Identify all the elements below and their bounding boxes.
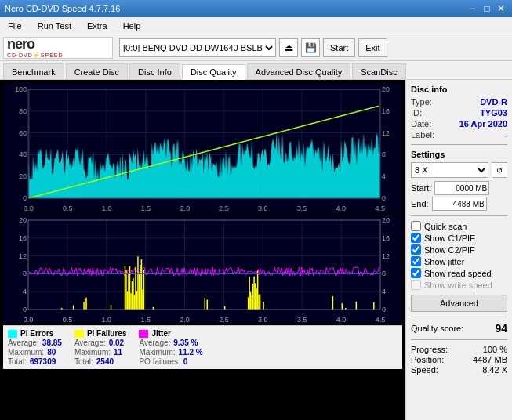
advanced-button[interactable]: Advanced xyxy=(411,295,507,312)
quick-scan-label: Quick scan xyxy=(424,222,467,231)
main-content: PI Errors Average: 38.85 Maximum: 80 Tot… xyxy=(0,80,512,420)
logo-text: nero xyxy=(7,36,64,52)
disc-type-row: Type: DVD-R xyxy=(411,97,507,107)
minimize-button[interactable]: − xyxy=(467,2,479,15)
show-c2-pif-label: Show C2/PIF xyxy=(424,245,475,255)
progress-label: Progress: xyxy=(411,345,448,354)
legend-jitter: Jitter Average: 9.35 % Maximum: 11.2 % P… xyxy=(139,329,202,366)
settings-title: Settings xyxy=(411,150,507,159)
tab-bar: Benchmark Create Disc Disc Info Disc Qua… xyxy=(0,61,512,80)
bottom-chart xyxy=(3,214,402,324)
jitter-title: Jitter xyxy=(151,329,170,338)
position-row: Position: 4487 MB xyxy=(411,355,507,364)
speed-value: 8.42 X xyxy=(482,365,507,375)
titlebar-title: Nero CD-DVD Speed 4.7.7.16 xyxy=(5,4,120,13)
pi-failures-color xyxy=(74,330,84,338)
pi-errors-title: PI Errors xyxy=(20,329,53,338)
chart-area: PI Errors Average: 38.85 Maximum: 80 Tot… xyxy=(0,80,405,420)
save-button[interactable]: 💾 xyxy=(301,38,320,57)
close-button[interactable]: ✕ xyxy=(495,2,507,15)
tab-disc-info[interactable]: Disc Info xyxy=(129,63,180,79)
end-mb-row: End: xyxy=(411,197,507,211)
show-read-speed-row: Show read speed xyxy=(411,268,507,278)
speed-label: Speed: xyxy=(411,365,438,375)
disc-label-row: Label: - xyxy=(411,130,507,139)
show-jitter-label: Show jitter xyxy=(424,257,464,266)
start-mb-row: Start: xyxy=(411,181,507,195)
show-c1-pie-row: Show C1/PIE xyxy=(411,233,507,243)
toolbar: nero CD·DVD⚡SPEED [0:0] BENQ DVD DD DW16… xyxy=(0,34,512,61)
show-jitter-checkbox[interactable] xyxy=(411,256,421,266)
show-jitter-row: Show jitter xyxy=(411,256,507,266)
show-c1-pie-label: Show C1/PIE xyxy=(424,234,475,243)
tab-advanced-disc-quality[interactable]: Advanced Disc Quality xyxy=(247,63,351,79)
right-panel: Disc info Type: DVD-R ID: TYG03 Date: 16… xyxy=(405,80,512,420)
titlebar: Nero CD-DVD Speed 4.7.7.16 − □ ✕ xyxy=(0,0,512,17)
progress-row: Progress: 100 % xyxy=(411,345,507,354)
eject-button[interactable]: ⏏ xyxy=(279,38,298,57)
menu-file[interactable]: File xyxy=(3,20,27,32)
pi-failures-title: PI Failures xyxy=(87,329,127,338)
start-button[interactable]: Start xyxy=(323,38,355,57)
show-write-speed-checkbox xyxy=(411,280,421,290)
quality-score-value: 94 xyxy=(495,322,507,335)
show-write-speed-label: Show write speed xyxy=(424,281,492,290)
divider-4 xyxy=(411,339,507,340)
speed-select[interactable]: 8 X xyxy=(411,162,488,178)
refresh-button[interactable]: ↺ xyxy=(492,162,507,178)
tab-benchmark[interactable]: Benchmark xyxy=(3,63,64,79)
tab-create-disc[interactable]: Create Disc xyxy=(66,63,128,79)
drive-select[interactable]: [0:0] BENQ DVD DD DW1640 BSLB xyxy=(119,38,276,57)
legend-pi-failures: PI Failures Average: 0.02 Maximum: 11 To… xyxy=(74,329,127,366)
quality-score-row: Quality score: 94 xyxy=(411,322,507,335)
divider-2 xyxy=(411,215,507,216)
position-value: 4487 MB xyxy=(473,355,507,364)
logo-sub: CD·DVD⚡SPEED xyxy=(7,52,64,59)
disc-info-title: Disc info xyxy=(411,85,507,94)
menu-help[interactable]: Help xyxy=(118,20,146,32)
titlebar-controls: − □ ✕ xyxy=(467,2,507,15)
menu-run-test[interactable]: Run Test xyxy=(33,20,76,32)
divider-1 xyxy=(411,144,507,145)
show-read-speed-label: Show read speed xyxy=(424,269,492,278)
progress-value: 100 % xyxy=(483,345,507,354)
maximize-button[interactable]: □ xyxy=(481,2,493,15)
quick-scan-checkbox[interactable] xyxy=(411,221,421,231)
pi-errors-color xyxy=(8,330,17,338)
start-mb-input[interactable] xyxy=(434,181,489,195)
end-mb-input[interactable] xyxy=(432,197,487,211)
tab-disc-quality[interactable]: Disc Quality xyxy=(182,64,245,80)
legend-area: PI Errors Average: 38.85 Maximum: 80 Tot… xyxy=(3,325,402,369)
tab-scan-disc[interactable]: ScanDisc xyxy=(352,63,405,79)
menubar: File Run Test Extra Help xyxy=(0,17,512,34)
quick-scan-row: Quick scan xyxy=(411,221,507,231)
quality-score-label: Quality score: xyxy=(411,324,463,333)
exit-button[interactable]: Exit xyxy=(358,38,387,57)
show-c2-pif-row: Show C2/PIF xyxy=(411,244,507,255)
legend-pi-errors: PI Errors Average: 38.85 Maximum: 80 Tot… xyxy=(8,329,62,366)
show-read-speed-checkbox[interactable] xyxy=(411,268,421,278)
show-c1-pie-checkbox[interactable] xyxy=(411,233,421,243)
show-c2-pif-checkbox[interactable] xyxy=(411,244,421,255)
position-label: Position: xyxy=(411,355,444,364)
top-chart xyxy=(3,83,402,212)
logo: nero CD·DVD⚡SPEED xyxy=(3,37,113,59)
menu-extra[interactable]: Extra xyxy=(82,20,112,32)
jitter-color xyxy=(139,330,148,338)
speed-setting-row: 8 X ↺ xyxy=(411,162,507,178)
app-title: Nero CD-DVD Speed 4.7.7.16 xyxy=(5,4,120,13)
show-write-speed-row: Show write speed xyxy=(411,280,507,290)
disc-date-row: Date: 16 Apr 2020 xyxy=(411,119,507,129)
speed-row: Speed: 8.42 X xyxy=(411,365,507,375)
divider-3 xyxy=(411,317,507,317)
disc-id-row: ID: TYG03 xyxy=(411,108,507,118)
